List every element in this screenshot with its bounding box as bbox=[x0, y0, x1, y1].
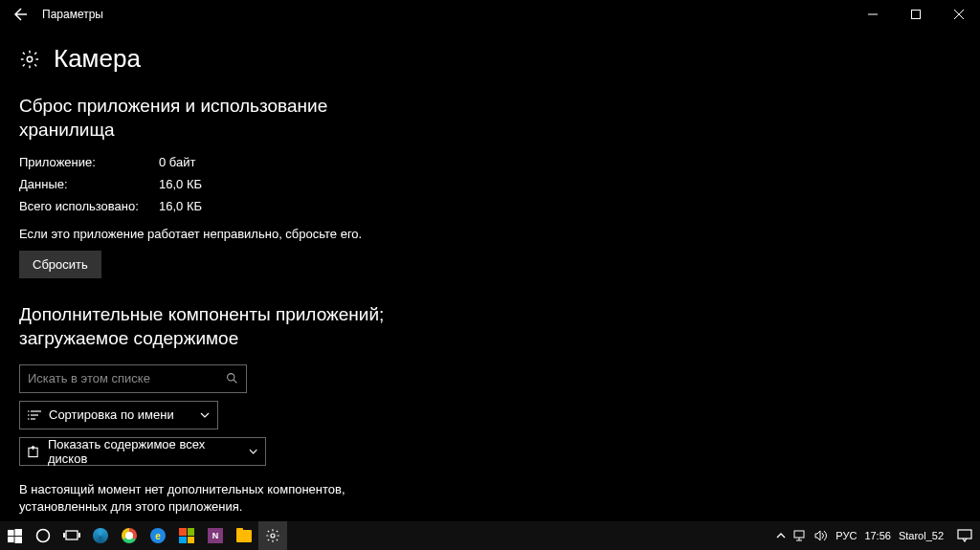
taskbar-edge[interactable] bbox=[86, 521, 115, 550]
storage-heading: Сброс приложения и использование хранили… bbox=[19, 95, 402, 142]
close-icon bbox=[954, 10, 964, 19]
svg-rect-15 bbox=[14, 529, 22, 536]
taskbar-onenote[interactable]: N bbox=[201, 521, 230, 550]
storage-app-row: Приложение: 0 байт bbox=[19, 155, 961, 169]
start-button[interactable] bbox=[0, 521, 29, 550]
svg-rect-1 bbox=[911, 11, 920, 19]
svg-point-10 bbox=[28, 410, 30, 412]
minimize-icon bbox=[868, 10, 878, 19]
svg-point-18 bbox=[37, 530, 50, 542]
close-button[interactable] bbox=[937, 0, 980, 29]
addons-heading: Дополнительные компоненты приложений; за… bbox=[19, 303, 402, 350]
storage-total-value: 16,0 КБ bbox=[159, 199, 202, 213]
svg-rect-26 bbox=[958, 530, 971, 539]
svg-point-22 bbox=[271, 534, 275, 538]
addons-search[interactable] bbox=[19, 364, 247, 393]
svg-line-6 bbox=[234, 380, 236, 383]
cortana-button[interactable] bbox=[29, 521, 57, 550]
chrome-icon bbox=[122, 528, 137, 543]
clock[interactable]: 17:56 bbox=[864, 530, 891, 541]
search-input[interactable] bbox=[28, 371, 226, 385]
addons-empty-text: В настоящий момент нет дополнительных ко… bbox=[19, 481, 364, 516]
action-center-icon bbox=[957, 529, 972, 542]
sort-dropdown[interactable]: Сортировка по имени bbox=[19, 401, 218, 429]
user-name[interactable]: Starol_52 bbox=[899, 530, 944, 541]
taskbar: e N РУС 17:56 Starol_52 bbox=[0, 521, 980, 550]
language-indicator[interactable]: РУС bbox=[835, 530, 857, 541]
reset-button[interactable]: Сбросить bbox=[19, 251, 101, 278]
storage-data-label: Данные: bbox=[19, 177, 159, 191]
maximize-icon bbox=[911, 10, 921, 19]
storage-data-row: Данные: 16,0 КБ bbox=[19, 177, 961, 191]
search-icon bbox=[226, 372, 238, 385]
svg-point-12 bbox=[28, 418, 30, 420]
sort-label: Сортировка по имени bbox=[49, 407, 174, 422]
action-center-button[interactable] bbox=[949, 521, 980, 550]
ie-icon: e bbox=[150, 528, 166, 543]
taskbar-explorer[interactable] bbox=[230, 521, 258, 550]
titlebar: Параметры bbox=[0, 0, 980, 29]
edge-icon bbox=[93, 528, 108, 543]
svg-point-5 bbox=[228, 374, 234, 381]
folder-icon bbox=[236, 530, 252, 542]
taskbar-chrome[interactable] bbox=[115, 521, 144, 550]
gear-icon bbox=[265, 528, 280, 543]
taskbar-ie[interactable]: e bbox=[144, 521, 172, 550]
storage-total-row: Всего использовано: 16,0 КБ bbox=[19, 199, 961, 213]
storage-app-label: Приложение: bbox=[19, 155, 159, 169]
onenote-icon: N bbox=[208, 528, 223, 543]
task-view-button[interactable] bbox=[57, 521, 86, 550]
maximize-button[interactable] bbox=[894, 0, 937, 29]
drives-label: Показать содержимое всех дисков bbox=[48, 437, 234, 466]
chevron-down-icon bbox=[200, 412, 210, 418]
cortana-icon bbox=[35, 528, 51, 543]
reset-hint: Если это приложение работает неправильно… bbox=[19, 227, 961, 241]
svg-rect-19 bbox=[66, 531, 78, 539]
svg-rect-16 bbox=[8, 536, 14, 541]
svg-rect-17 bbox=[14, 536, 22, 542]
svg-rect-20 bbox=[63, 533, 65, 538]
taskbar-store[interactable] bbox=[172, 521, 201, 550]
task-view-icon bbox=[63, 529, 80, 542]
gear-icon bbox=[19, 49, 40, 70]
network-icon[interactable] bbox=[793, 530, 807, 541]
window-title: Параметры bbox=[42, 8, 103, 21]
content-area: Камера Сброс приложения и использование … bbox=[0, 29, 980, 516]
back-button[interactable] bbox=[0, 0, 38, 29]
svg-rect-23 bbox=[794, 531, 804, 538]
arrow-left-icon bbox=[11, 7, 27, 22]
minimize-button[interactable] bbox=[851, 0, 894, 29]
sort-icon bbox=[28, 409, 41, 421]
tray-chevron-up-icon[interactable] bbox=[776, 532, 786, 539]
svg-point-11 bbox=[28, 414, 30, 416]
svg-point-4 bbox=[27, 56, 33, 62]
storage-data-value: 16,0 КБ bbox=[159, 177, 202, 191]
taskbar-settings[interactable] bbox=[258, 521, 287, 550]
svg-rect-21 bbox=[78, 533, 80, 538]
chevron-down-icon bbox=[249, 449, 257, 454]
drives-dropdown[interactable]: Показать содержимое всех дисков bbox=[19, 437, 266, 466]
storage-total-label: Всего использовано: bbox=[19, 199, 159, 213]
windows-icon bbox=[8, 529, 22, 543]
store-icon bbox=[179, 528, 194, 543]
system-tray[interactable]: РУС 17:56 Starol_52 bbox=[770, 521, 949, 550]
volume-icon[interactable] bbox=[814, 530, 828, 541]
svg-rect-14 bbox=[8, 529, 14, 535]
storage-app-value: 0 байт bbox=[159, 155, 195, 169]
page-title: Камера bbox=[54, 44, 141, 74]
page-header: Камера bbox=[19, 44, 961, 74]
drives-icon bbox=[28, 445, 40, 458]
